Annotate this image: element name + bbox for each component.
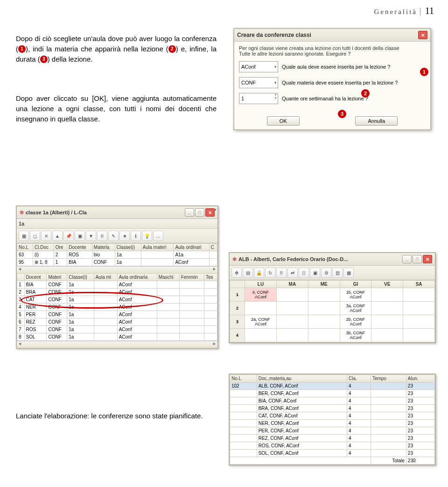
ore-spinner[interactable]: 1 <box>239 93 278 104</box>
maximize-icon[interactable]: □ <box>413 255 422 263</box>
maximize-icon[interactable]: □ <box>195 208 204 217</box>
tool2-icon[interactable]: ★ <box>119 231 130 241</box>
color-icon[interactable]: ▣ <box>75 231 85 241</box>
lessons-top-grid[interactable]: No.LCl.DocOreDocenteMateriaClasse(i)Aula… <box>17 243 217 266</box>
dialog-titlebar[interactable]: Creare da conferenze classi ✕ <box>234 29 430 42</box>
timetable-row[interactable]: 14, CONFAConf1b, CONFAConf <box>230 288 435 302</box>
timetable-cell[interactable] <box>276 329 308 342</box>
day-header[interactable]: LU <box>245 281 277 288</box>
lessons-bot-grid[interactable]: DocentMateriClasse(i)Aula miAula ordinar… <box>17 273 217 341</box>
close-icon[interactable]: ✕ <box>418 31 427 39</box>
timetable-row[interactable]: 23a, CONFAConf <box>230 302 435 315</box>
day-header[interactable]: MA <box>276 281 308 288</box>
table-row[interactable]: 5PERCONF1aAConf <box>17 311 217 318</box>
timetable-cell[interactable] <box>276 288 308 302</box>
timetable-cell[interactable] <box>245 329 277 342</box>
summary-grid[interactable]: No.LDoc.,materia,auCla.TempoAlun.102ALB,… <box>230 374 435 465</box>
column-header[interactable]: Aula materi <box>141 244 174 251</box>
timetable-cell[interactable] <box>403 329 435 342</box>
timetable-cell[interactable]: 3a, CONFAConf <box>340 302 371 315</box>
column-header[interactable]: C <box>209 244 217 251</box>
lamp-icon[interactable]: 💡 <box>142 231 152 241</box>
column-header[interactable]: Maschi <box>157 274 179 281</box>
table-row[interactable]: PER, CONF, AConf423 <box>230 427 435 435</box>
column-header[interactable]: Aula ordinari <box>174 244 209 251</box>
timetable-cell[interactable]: 3b, CONFAConf <box>340 329 371 342</box>
pin-icon[interactable]: 📌 <box>63 231 74 241</box>
column-header[interactable]: Cl.Doc <box>33 244 54 251</box>
timetable-cell[interactable] <box>371 288 403 302</box>
column-header[interactable]: Materia <box>92 244 115 251</box>
column-header[interactable]: Alun. <box>406 375 434 382</box>
timetable-cell[interactable] <box>371 315 403 329</box>
timetable-cell[interactable] <box>371 302 403 315</box>
column-header[interactable]: Aula mi <box>94 274 117 281</box>
day-header[interactable]: ME <box>308 281 340 288</box>
timetable-cell[interactable] <box>308 302 340 315</box>
delete-icon[interactable]: ✕ <box>41 231 51 241</box>
win2-titlebar[interactable]: ✱ classe 1a (Alberti) / L-Cla _ □ ✕ <box>17 206 217 219</box>
table-row[interactable]: 8SOLCONF1aAConf <box>17 333 217 341</box>
timetable-cell[interactable]: 4, CONFAConf <box>245 288 277 302</box>
timetable-cell[interactable]: 2b, CONFAConf <box>340 315 371 329</box>
day-header[interactable]: SA <box>403 281 435 288</box>
table-row[interactable]: REZ, CONF, AConf423 <box>230 435 435 442</box>
column-header[interactable]: Ore <box>54 244 67 251</box>
timetable-cell[interactable] <box>245 302 277 315</box>
view-icon[interactable]: ▤ <box>243 268 253 278</box>
column-header[interactable]: Classe(i) <box>115 244 141 251</box>
cancel-button[interactable]: Annulla <box>355 116 398 126</box>
column-header[interactable]: Classe(i) <box>67 274 94 281</box>
table-row[interactable]: ROS, CONF, AConf423 <box>230 442 435 450</box>
close-icon[interactable]: ✕ <box>423 255 432 263</box>
grid-icon[interactable]: ▦ <box>19 231 29 241</box>
column-header[interactable]: Femmin <box>179 274 204 281</box>
materia-combo[interactable]: CONF <box>239 77 278 88</box>
timetable-cell[interactable] <box>308 329 340 342</box>
cfg-icon[interactable]: ⚙ <box>321 268 331 278</box>
table-row[interactable]: 95⊕ 1, 81BIACONF1aAConf <box>17 259 217 266</box>
new-icon[interactable]: ◻ <box>30 231 40 241</box>
merge-icon[interactable]: ▦ <box>343 268 354 278</box>
column-header[interactable] <box>17 274 25 281</box>
column-header[interactable]: Aula ordinaria <box>117 274 157 281</box>
table-row[interactable]: CAT, CONF, AConf423 <box>230 412 435 420</box>
timetable-cell[interactable] <box>371 329 403 342</box>
scrollbar[interactable] <box>17 266 217 273</box>
column-header[interactable]: Doc.,materia,au <box>257 375 347 382</box>
timetable-cell[interactable] <box>276 302 308 315</box>
table-row[interactable]: SOL, CONF, AConf423 <box>230 450 435 457</box>
table-row[interactable]: 6REZCONF1aAConf <box>17 318 217 326</box>
up-icon[interactable]: ▲ <box>52 231 63 241</box>
link-icon[interactable]: ⎘ <box>97 231 107 241</box>
aula-combo[interactable]: AConf <box>239 61 278 72</box>
color-icon[interactable]: ▣ <box>310 268 320 278</box>
split-icon[interactable]: ▥ <box>332 268 343 278</box>
column-header[interactable]: Tes <box>204 274 217 281</box>
table-row[interactable]: BER, CONF, AConf423 <box>230 390 435 397</box>
column-header[interactable]: Cla. <box>347 375 371 382</box>
column-header[interactable]: No.L <box>17 244 33 251</box>
timetable-cell[interactable] <box>403 315 435 329</box>
column-header[interactable]: Materi <box>47 274 67 281</box>
table-row[interactable]: BIA, CONF, AConf423 <box>230 397 435 405</box>
timetable-cell[interactable] <box>403 302 435 315</box>
minimize-icon[interactable]: _ <box>185 208 194 217</box>
table-row[interactable]: 7ROSCONF1aAConf <box>17 326 217 333</box>
day-header[interactable]: GI <box>340 281 371 288</box>
timetable-row[interactable]: 43b, CONFAConf <box>230 329 435 342</box>
timetable-cell[interactable]: 1b, CONFAConf <box>340 288 371 302</box>
ok-button[interactable]: OK <box>267 116 300 126</box>
tool1-icon[interactable]: ✎ <box>108 231 119 241</box>
table-row[interactable]: NER, CONF, AConf423 <box>230 420 435 427</box>
more-icon[interactable]: … <box>153 231 163 241</box>
win3-titlebar[interactable]: ✱ ALB - Alberti, Carlo Federico Orario (… <box>230 253 435 266</box>
lock-icon[interactable]: 🔒 <box>254 268 264 278</box>
table-row[interactable]: 2BRACONF1aAConf <box>17 289 217 296</box>
column-header[interactable]: Docente <box>67 244 92 251</box>
column-header[interactable]: Docent <box>24 274 47 281</box>
timetable-cell[interactable] <box>308 315 340 329</box>
filter-icon[interactable]: ▼ <box>86 231 96 241</box>
minimize-icon[interactable]: _ <box>402 255 412 263</box>
timetable-grid[interactable]: LUMAMEGIVESA14, CONFAConf1b, CONFAConf23… <box>230 280 435 342</box>
